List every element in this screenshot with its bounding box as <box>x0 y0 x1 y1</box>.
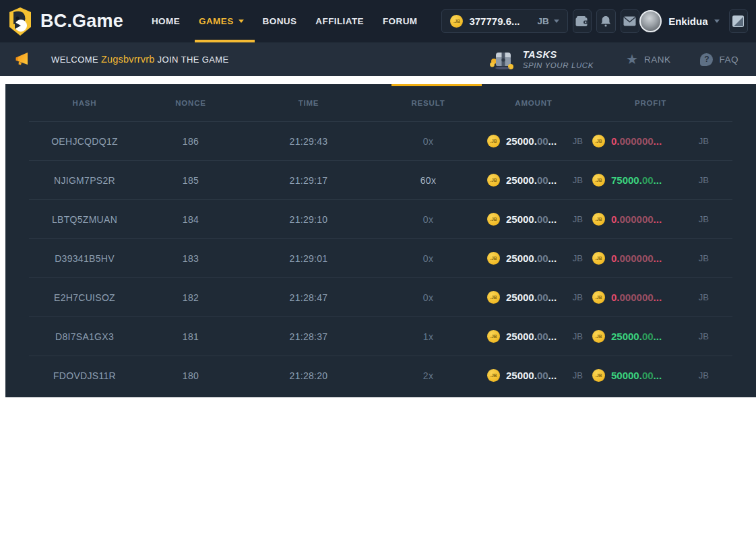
treasure-chest-icon <box>489 48 515 70</box>
bet-amount: .JB 25000.00... JB <box>480 252 587 265</box>
profit-currency-label: JB <box>699 253 709 263</box>
column-header-amount: AMOUNT <box>480 99 587 107</box>
bet-time: 21:29:01 <box>241 253 376 264</box>
bet-row[interactable]: OEHJCQDQ1Z 186 21:29:43 0x .JB 25000.00.… <box>29 121 732 160</box>
star-icon: ★ <box>626 53 638 66</box>
nav-item-games[interactable]: GAMES <box>197 0 245 42</box>
amount-currency-label: JB <box>573 331 583 341</box>
chevron-down-icon <box>239 20 244 23</box>
bet-amount: .JB 25000.00... JB <box>480 213 587 226</box>
bet-row[interactable]: FDOVDJS11R 180 21:28:20 2x .JB 25000.00.… <box>29 356 732 395</box>
chat-panel-icon <box>732 15 745 28</box>
jb-coin-icon: .JB <box>450 15 463 28</box>
jb-coin-icon: .JB <box>487 252 500 265</box>
amount-currency-label: JB <box>573 136 583 146</box>
tasks-link[interactable]: TASKS SPIN YOUR LUCK <box>489 48 594 70</box>
profit-currency-label: JB <box>699 136 709 146</box>
bet-nonce: 186 <box>140 136 241 147</box>
bet-row[interactable]: D8I7SA1GX3 181 21:28:37 1x .JB 25000.00.… <box>29 316 732 356</box>
bet-amount: .JB 25000.00... JB <box>480 369 587 382</box>
brand-logo[interactable]: BC.Game <box>7 7 123 36</box>
bet-amount: .JB 25000.00... JB <box>480 291 587 304</box>
bet-hash[interactable]: OEHJCQDQ1Z <box>29 136 140 147</box>
bet-hash[interactable]: D39341B5HV <box>29 253 140 264</box>
bet-row[interactable]: NJIGM7PS2R 185 21:29:17 60x .JB 25000.00… <box>29 160 732 199</box>
bet-hash[interactable]: NJIGM7PS2R <box>29 175 140 186</box>
nav-item-affiliate[interactable]: AFFILIATE <box>314 0 365 42</box>
bet-time: 21:29:17 <box>241 175 376 186</box>
faq-label: FAQ <box>719 55 738 65</box>
tasks-label: TASKS SPIN YOUR LUCK <box>523 49 594 69</box>
bet-profit: .JB 0.000000... JB <box>587 291 714 304</box>
nav-item-label: AFFILIATE <box>315 16 364 26</box>
bet-row[interactable]: LBTQ5ZMUAN 184 21:29:10 0x .JB 25000.00.… <box>29 199 732 238</box>
jb-coin-icon: .JB <box>487 135 500 147</box>
bet-result: 2x <box>376 370 480 381</box>
bet-time: 21:29:43 <box>241 136 376 147</box>
bet-hash[interactable]: LBTQ5ZMUAN <box>29 214 140 225</box>
bet-hash[interactable]: FDOVDJS11R <box>29 370 140 381</box>
jb-coin-icon: .JB <box>592 369 605 382</box>
column-header-hash: HASH <box>29 99 140 107</box>
welcome-suffix: JOIN THE GAME <box>158 55 229 65</box>
nav-item-forum[interactable]: FORUM <box>381 0 419 42</box>
tasks-title: TASKS <box>523 49 594 60</box>
bet-nonce: 185 <box>140 175 241 186</box>
nav-item-label: HOME <box>152 16 180 26</box>
column-header-nonce: NONCE <box>140 99 241 107</box>
wallet-button[interactable] <box>573 9 592 33</box>
tasks-subtitle: SPIN YOUR LUCK <box>523 61 594 69</box>
bet-hash[interactable]: D8I7SA1GX3 <box>29 331 140 342</box>
chat-toggle-button[interactable] <box>729 9 748 33</box>
bet-nonce: 183 <box>140 253 241 264</box>
messages-button[interactable] <box>621 9 639 33</box>
profit-currency-label: JB <box>699 370 709 380</box>
active-tab-indicator <box>391 84 482 86</box>
wallet-icon <box>575 16 589 27</box>
bet-result: 1x <box>376 331 480 342</box>
bet-row[interactable]: D39341B5HV 183 21:29:01 0x .JB 25000.00.… <box>29 238 732 277</box>
bet-time: 21:29:10 <box>241 214 376 225</box>
bet-row[interactable]: E2H7CUISOZ 182 21:28:47 0x .JB 25000.00.… <box>29 277 732 316</box>
bet-profit: .JB 25000.00... JB <box>587 330 714 343</box>
jb-coin-icon: .JB <box>592 135 605 147</box>
nav-item-bonus[interactable]: BONUS <box>261 0 298 42</box>
bet-hash[interactable]: E2H7CUISOZ <box>29 292 140 303</box>
rank-label: RANK <box>644 55 671 65</box>
bet-amount: .JB 25000.00... JB <box>480 174 587 187</box>
currency-dropdown[interactable]: JB <box>538 16 559 26</box>
question-icon: ? <box>700 53 713 66</box>
welcome-banner: WELCOME Zugsbvrrvrb JOIN THE GAME TASKS … <box>0 42 756 76</box>
bet-time: 21:28:20 <box>241 370 376 381</box>
bet-result: 0x <box>376 136 480 147</box>
user-menu[interactable]: Enkidua <box>639 10 719 32</box>
balance-selector[interactable]: .JB 377779.6... JB <box>441 9 567 33</box>
notifications-button[interactable] <box>596 9 615 33</box>
jb-coin-icon: .JB <box>592 174 605 187</box>
rank-link[interactable]: ★ RANK <box>626 53 670 66</box>
brand-name: BC.Game <box>40 11 123 32</box>
profit-currency-label: JB <box>699 214 709 224</box>
nav-item-home[interactable]: HOME <box>150 0 181 42</box>
jb-coin-icon: .JB <box>487 174 500 187</box>
bet-amount: .JB 25000.00... JB <box>480 330 587 343</box>
nav-item-label: GAMES <box>199 16 234 26</box>
faq-link[interactable]: ? FAQ <box>700 53 738 66</box>
bets-table-header: HASH NONCE TIME RESULT AMOUNT PROFIT <box>29 84 732 121</box>
profit-currency-label: JB <box>699 175 709 185</box>
chevron-down-icon <box>714 20 720 23</box>
amount-currency-label: JB <box>573 253 583 263</box>
column-header-result: RESULT <box>376 99 480 107</box>
welcome-username: Zugsbvrrvrb <box>101 54 155 65</box>
profit-currency-label: JB <box>699 292 709 302</box>
bet-profit: .JB 0.000000... JB <box>587 252 714 265</box>
amount-currency-label: JB <box>573 370 583 380</box>
column-header-profit: PROFIT <box>587 99 714 107</box>
jb-coin-icon: .JB <box>487 369 500 382</box>
bet-time: 21:28:37 <box>241 331 376 342</box>
jb-coin-icon: .JB <box>592 252 605 265</box>
nav-item-label: BONUS <box>263 16 297 26</box>
bet-amount: .JB 25000.00... JB <box>480 135 587 147</box>
balance-amount: 377779.6... <box>469 15 519 27</box>
bet-result: 60x <box>376 175 480 186</box>
